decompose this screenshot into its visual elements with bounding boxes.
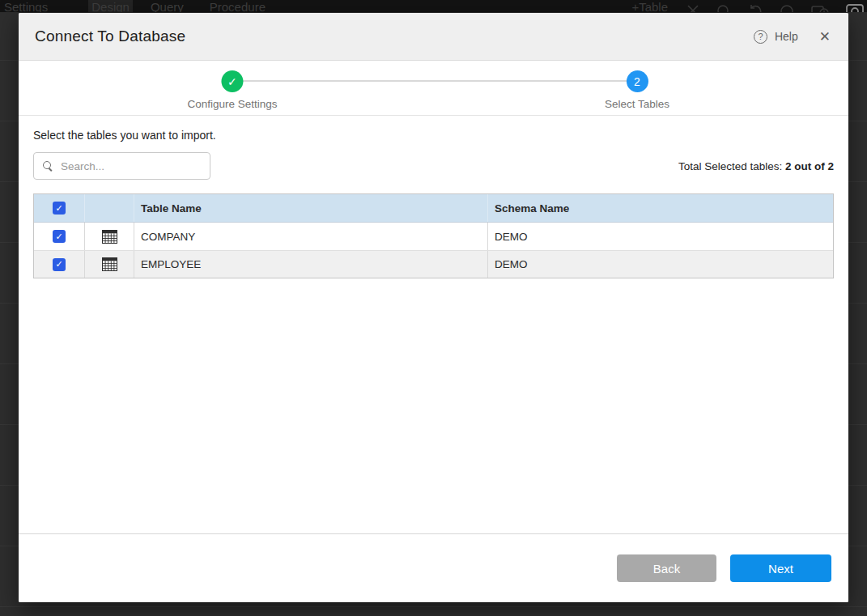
table-name-cell: COMPANY [134,223,488,250]
help-label: Help [775,30,798,43]
column-header-table-name: Table Name [134,194,488,222]
modal-title: Connect To Database [35,28,185,45]
search-box[interactable] [33,152,210,180]
search-icon [42,160,53,172]
row-checkbox[interactable] [53,230,66,243]
search-icon[interactable] [716,4,731,12]
question-circle-icon [754,30,767,44]
step-select-tables: 2 Select Tables [605,70,669,110]
tab-query[interactable]: Query [147,0,187,12]
topbar-actions: +Table [631,0,864,12]
add-table-button[interactable]: +Table [631,0,668,12]
table-header-row: Table Name Schema Name [34,194,833,223]
summary-prefix: Total Selected tables: [678,160,782,172]
modal-header: Connect To Database Help [19,13,848,61]
table-grid-icon [102,257,117,271]
help-button[interactable]: Help [754,30,798,44]
select-all-checkbox[interactable] [53,202,66,215]
tab-design[interactable]: Design [88,0,133,12]
connect-to-database-modal: Connect To Database Help Configure Setti… [19,13,848,602]
modal-content: Select the tables you want to import. To… [19,129,848,278]
export-download-icon[interactable] [811,4,829,12]
summary-value: 2 out of 2 [785,160,834,172]
step-label: Select Tables [605,98,669,110]
stepper: Configure Settings 2 Select Tables [19,61,848,116]
app-topbar: Settings Design Query Procedure +Table [0,0,867,12]
refresh-icon[interactable] [780,4,794,12]
instruction-text: Select the tables you want to import. [33,129,834,142]
step-number-badge: 2 [627,70,648,92]
snapshot-camera-icon[interactable] [846,4,864,12]
table-row[interactable]: COMPANY DEMO [34,223,833,250]
table-row[interactable]: EMPLOYEE DEMO [34,250,833,278]
close-icon[interactable] [819,30,831,44]
step-label: Configure Settings [187,98,277,110]
schema-name-cell: DEMO [488,223,833,250]
stepper-connector-line [232,80,637,82]
back-button[interactable]: Back [617,554,716,582]
table-name-cell: EMPLOYEE [134,251,488,278]
column-header-schema-name: Schema Name [488,194,833,222]
step-configure-settings: Configure Settings [187,70,277,110]
close-icon[interactable] [686,4,699,12]
table-grid-icon [102,230,117,244]
modal-footer: Back Next [19,533,848,602]
tables-list: Table Name Schema Name COMPAN [33,193,834,278]
selected-count-summary: Total Selected tables: 2 out of 2 [678,160,834,172]
row-checkbox[interactable] [53,258,66,271]
search-input[interactable] [61,160,204,172]
tab-procedure[interactable]: Procedure [206,0,269,12]
schema-name-cell: DEMO [488,251,833,278]
step-completed-check-icon [221,70,243,92]
undo-icon[interactable] [748,4,763,12]
tab-settings[interactable]: Settings [1,0,51,12]
next-button[interactable]: Next [730,554,831,582]
